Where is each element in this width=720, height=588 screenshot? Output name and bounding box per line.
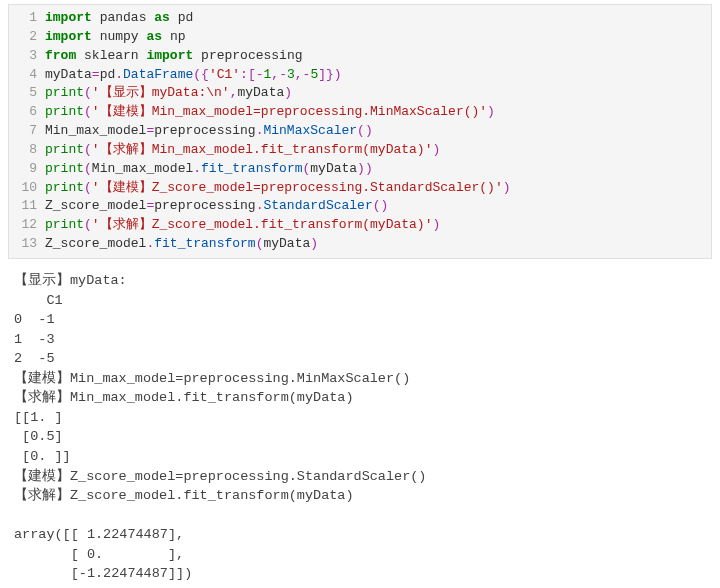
code-line: 11Z_score_model=preprocessing.StandardSc… <box>9 197 711 216</box>
code-content: print(Min_max_model.fit_transform(myData… <box>45 160 711 179</box>
code-content: import numpy as np <box>45 28 711 47</box>
line-number: 10 <box>9 179 45 198</box>
code-content: print('【建模】Min_max_model=preprocessing.M… <box>45 103 711 122</box>
code-content: Z_score_model.fit_transform(myData) <box>45 235 711 254</box>
line-number: 3 <box>9 47 45 66</box>
code-cell: 1import pandas as pd2import numpy as np3… <box>8 4 712 259</box>
line-number: 9 <box>9 160 45 179</box>
output-cell: 【显示】myData: C1 0 -1 1 -3 2 -5 【建模】Min_ma… <box>0 269 720 588</box>
line-number: 7 <box>9 122 45 141</box>
code-line: 10print('【建模】Z_score_model=preprocessing… <box>9 179 711 198</box>
line-number: 11 <box>9 197 45 216</box>
line-number: 5 <box>9 84 45 103</box>
code-line: 4myData=pd.DataFrame({'C1':[-1,-3,-5]}) <box>9 66 711 85</box>
code-content: print('【显示】myData:\n',myData) <box>45 84 711 103</box>
code-content: print('【建模】Z_score_model=preprocessing.S… <box>45 179 711 198</box>
code-content: Z_score_model=preprocessing.StandardScal… <box>45 197 711 216</box>
code-line: 1import pandas as pd <box>9 9 711 28</box>
line-number: 6 <box>9 103 45 122</box>
line-number: 8 <box>9 141 45 160</box>
code-line: 8print('【求解】Min_max_model.fit_transform(… <box>9 141 711 160</box>
line-number: 4 <box>9 66 45 85</box>
line-number: 12 <box>9 216 45 235</box>
code-content: myData=pd.DataFrame({'C1':[-1,-3,-5]}) <box>45 66 711 85</box>
code-content: print('【求解】Min_max_model.fit_transform(m… <box>45 141 711 160</box>
code-line: 5print('【显示】myData:\n',myData) <box>9 84 711 103</box>
line-number: 1 <box>9 9 45 28</box>
code-line: 2import numpy as np <box>9 28 711 47</box>
code-content: print('【求解】Z_score_model.fit_transform(m… <box>45 216 711 235</box>
code-line: 12print('【求解】Z_score_model.fit_transform… <box>9 216 711 235</box>
code-content: Min_max_model=preprocessing.MinMaxScaler… <box>45 122 711 141</box>
code-line: 7Min_max_model=preprocessing.MinMaxScale… <box>9 122 711 141</box>
line-number: 13 <box>9 235 45 254</box>
code-line: 13Z_score_model.fit_transform(myData) <box>9 235 711 254</box>
code-content: from sklearn import preprocessing <box>45 47 711 66</box>
code-content: import pandas as pd <box>45 9 711 28</box>
line-number: 2 <box>9 28 45 47</box>
code-line: 9print(Min_max_model.fit_transform(myDat… <box>9 160 711 179</box>
code-line: 6print('【建模】Min_max_model=preprocessing.… <box>9 103 711 122</box>
code-line: 3from sklearn import preprocessing <box>9 47 711 66</box>
